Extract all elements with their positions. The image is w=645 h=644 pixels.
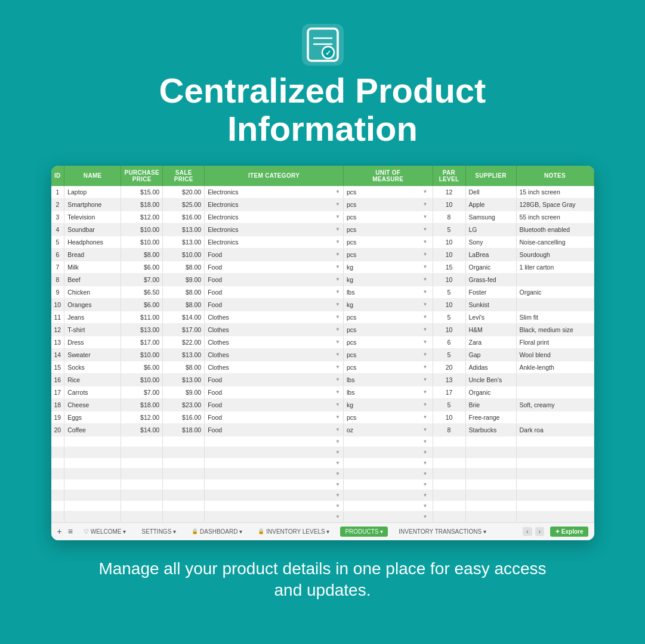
cell-uom[interactable]: pcs ▼: [343, 223, 433, 236]
uom-dropdown-icon[interactable]: ▼: [423, 402, 428, 407]
cell-uom[interactable]: pcs ▼: [343, 361, 433, 373]
category-dropdown-icon[interactable]: ▼: [335, 202, 340, 207]
cell-category[interactable]: Electronics ▼: [205, 236, 344, 248]
category-dropdown-icon[interactable]: ▼: [335, 277, 340, 282]
tab-welcome[interactable]: ♡ WELCOME ▾: [79, 527, 131, 537]
empty-category[interactable]: ▼: [205, 479, 344, 490]
empty-uom-dropdown[interactable]: ▼: [423, 450, 428, 455]
tab-add-icon[interactable]: +: [57, 527, 62, 536]
tab-settings[interactable]: SETTINGS ▾: [137, 527, 181, 537]
cell-category[interactable]: Food ▼: [205, 273, 344, 286]
cell-uom[interactable]: pcs ▼: [343, 186, 433, 199]
empty-category[interactable]: ▼: [205, 500, 344, 511]
category-dropdown-icon[interactable]: ▼: [335, 239, 340, 244]
cell-category[interactable]: Food ▼: [205, 423, 344, 436]
cell-category[interactable]: Clothes ▼: [205, 323, 344, 336]
tab-inventory-transactions[interactable]: INVENTORY TRANSACTIONS ▾: [394, 527, 491, 537]
uom-dropdown-icon[interactable]: ▼: [423, 302, 428, 307]
explore-button[interactable]: ✦ Explore: [550, 527, 588, 537]
uom-dropdown-icon[interactable]: ▼: [423, 327, 428, 332]
empty-uom[interactable]: ▼: [343, 447, 433, 457]
category-dropdown-icon[interactable]: ▼: [335, 264, 340, 270]
uom-dropdown-icon[interactable]: ▼: [423, 214, 428, 219]
uom-dropdown-icon[interactable]: ▼: [423, 414, 428, 420]
empty-uom-dropdown[interactable]: ▼: [423, 493, 428, 498]
cell-uom[interactable]: pcs ▼: [343, 323, 433, 336]
cell-uom[interactable]: lbs ▼: [343, 286, 433, 298]
cell-category[interactable]: Food ▼: [205, 286, 344, 298]
empty-uom[interactable]: ▼: [343, 436, 433, 447]
cell-category[interactable]: Food ▼: [205, 248, 344, 261]
cell-uom[interactable]: pcs ▼: [343, 411, 433, 423]
category-dropdown-icon[interactable]: ▼: [335, 302, 340, 307]
cell-uom[interactable]: pcs ▼: [343, 311, 433, 323]
uom-dropdown-icon[interactable]: ▼: [423, 352, 428, 357]
uom-dropdown-icon[interactable]: ▼: [423, 239, 428, 244]
uom-dropdown-icon[interactable]: ▼: [423, 264, 428, 270]
tab-menu-icon[interactable]: ≡: [68, 527, 73, 536]
empty-cat-dropdown[interactable]: ▼: [335, 493, 340, 498]
cell-category[interactable]: Electronics ▼: [205, 186, 344, 199]
cell-category[interactable]: Electronics ▼: [205, 210, 344, 223]
empty-uom-dropdown[interactable]: ▼: [423, 514, 428, 519]
cell-category[interactable]: Food ▼: [205, 261, 344, 273]
cell-category[interactable]: Food ▼: [205, 411, 344, 423]
empty-uom[interactable]: ▼: [343, 457, 433, 468]
empty-cat-dropdown[interactable]: ▼: [335, 514, 340, 519]
cell-category[interactable]: Clothes ▼: [205, 311, 344, 323]
cell-category[interactable]: Electronics ▼: [205, 198, 344, 210]
empty-uom[interactable]: ▼: [343, 511, 433, 522]
uom-dropdown-icon[interactable]: ▼: [423, 427, 428, 432]
uom-dropdown-icon[interactable]: ▼: [423, 189, 428, 194]
cell-category[interactable]: Clothes ▼: [205, 361, 344, 373]
uom-dropdown-icon[interactable]: ▼: [423, 202, 428, 207]
tab-prev-button[interactable]: ‹: [523, 527, 532, 536]
category-dropdown-icon[interactable]: ▼: [335, 189, 340, 194]
empty-uom-dropdown[interactable]: ▼: [423, 471, 428, 476]
empty-uom[interactable]: ▼: [343, 490, 433, 500]
cell-uom[interactable]: pcs ▼: [343, 210, 433, 223]
empty-uom[interactable]: ▼: [343, 468, 433, 479]
empty-cat-dropdown[interactable]: ▼: [335, 460, 340, 466]
empty-cat-dropdown[interactable]: ▼: [335, 471, 340, 476]
empty-category[interactable]: ▼: [205, 447, 344, 457]
cell-uom[interactable]: pcs ▼: [343, 198, 433, 210]
cell-category[interactable]: Food ▼: [205, 373, 344, 386]
empty-cat-dropdown[interactable]: ▼: [335, 503, 340, 509]
cell-uom[interactable]: pcs ▼: [343, 248, 433, 261]
cell-uom[interactable]: oz ▼: [343, 423, 433, 436]
cell-uom[interactable]: pcs ▼: [343, 336, 433, 348]
empty-uom-dropdown[interactable]: ▼: [423, 482, 428, 487]
cell-uom[interactable]: kg ▼: [343, 261, 433, 273]
category-dropdown-icon[interactable]: ▼: [335, 389, 340, 395]
category-dropdown-icon[interactable]: ▼: [335, 327, 340, 332]
empty-category[interactable]: ▼: [205, 490, 344, 500]
uom-dropdown-icon[interactable]: ▼: [423, 339, 428, 345]
cell-category[interactable]: Food ▼: [205, 298, 344, 311]
uom-dropdown-icon[interactable]: ▼: [423, 389, 428, 395]
empty-uom-dropdown[interactable]: ▼: [423, 439, 428, 444]
uom-dropdown-icon[interactable]: ▼: [423, 314, 428, 320]
cell-uom[interactable]: lbs ▼: [343, 373, 433, 386]
cell-uom[interactable]: pcs ▼: [343, 348, 433, 361]
category-dropdown-icon[interactable]: ▼: [335, 339, 340, 345]
category-dropdown-icon[interactable]: ▼: [335, 377, 340, 382]
empty-category[interactable]: ▼: [205, 457, 344, 468]
cell-category[interactable]: Clothes ▼: [205, 348, 344, 361]
cell-uom[interactable]: pcs ▼: [343, 236, 433, 248]
uom-dropdown-icon[interactable]: ▼: [423, 364, 428, 370]
empty-category[interactable]: ▼: [205, 468, 344, 479]
category-dropdown-icon[interactable]: ▼: [335, 252, 340, 257]
cell-category[interactable]: Food ▼: [205, 398, 344, 411]
cell-uom[interactable]: kg ▼: [343, 298, 433, 311]
tab-dashboard[interactable]: 🔒 DASHBOARD ▾: [187, 527, 247, 537]
cell-uom[interactable]: kg ▼: [343, 398, 433, 411]
category-dropdown-icon[interactable]: ▼: [335, 402, 340, 407]
empty-category[interactable]: ▼: [205, 436, 344, 447]
uom-dropdown-icon[interactable]: ▼: [423, 252, 428, 257]
empty-category[interactable]: ▼: [205, 511, 344, 522]
empty-uom-dropdown[interactable]: ▼: [423, 503, 428, 509]
cell-category[interactable]: Electronics ▼: [205, 223, 344, 236]
category-dropdown-icon[interactable]: ▼: [335, 427, 340, 432]
empty-uom[interactable]: ▼: [343, 479, 433, 490]
